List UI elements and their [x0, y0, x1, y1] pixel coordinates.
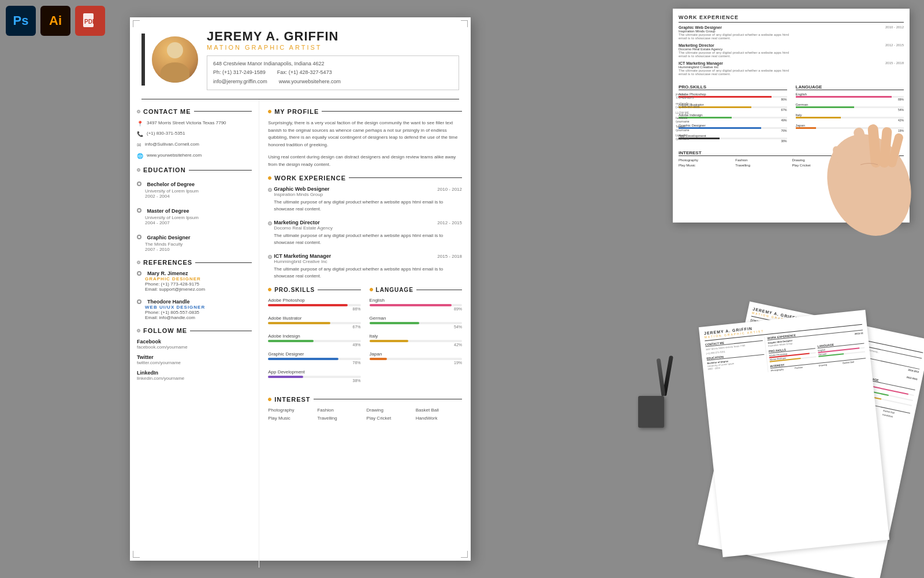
- profile-dot: [268, 110, 271, 113]
- mockup-we-2-title: Marketing Director: [679, 43, 789, 47]
- profile-text-2: Using real content during design can dis…: [268, 154, 462, 169]
- mockup-we-1: Graphic Web Designer Inspiration Minds G…: [679, 25, 904, 40]
- language-title: LANGUAGE: [370, 287, 462, 293]
- right-column: MY PROFILE Surprisingly, there is a very…: [259, 99, 471, 568]
- work-company-2: Docomo Real Estate Agency: [274, 225, 462, 231]
- mockup-work-title: WORK EXPERIENCE: [679, 14, 904, 23]
- mockup-li-url: /yourname: [676, 137, 716, 140]
- mockup-we-1-title: Graphic Web Designer: [679, 25, 789, 29]
- mockup-we-3: ICT Marketing Manager Hummingbrid Creati…: [679, 61, 904, 76]
- lang-german-label: German: [370, 316, 462, 321]
- edu-degree-2: Master of Degree: [147, 208, 189, 214]
- ref-phone-2: Phone: (+1) 805-557-0835: [145, 310, 252, 315]
- mockup-we-1-years: 2010 - 2012: [885, 25, 904, 40]
- header-info: JEREMY A. GRIFFIN MATION GRAPHIC ARTIST …: [207, 29, 459, 90]
- skill-appdev-bar: [268, 376, 303, 378]
- work-title-1: Graphic Web Designer: [274, 186, 329, 192]
- edu-years-2: 2004 - 2007: [145, 220, 252, 225]
- mockup-i8: HandWork: [849, 164, 904, 167]
- mockup-we-3-title: ICT Marketing Manager: [679, 61, 789, 65]
- left-column: CONTACT ME 📍 3497 Morris Street Victoria…: [130, 99, 259, 568]
- corner-bl: [133, 551, 140, 558]
- paper-middle: JEREMY A. GRIFFIN MATION GRAPHIC ARTIST …: [699, 310, 889, 557]
- work-item-3: ICT Marketing Manager 2015 - 2018 Hummin…: [268, 253, 462, 280]
- lang-italy-pct: 42%: [370, 343, 462, 347]
- location-icon: 📍: [137, 120, 143, 128]
- resume-header: JEREMY A. GRIFFIN MATION GRAPHIC ARTIST …: [130, 17, 471, 99]
- work-title-2: Marketing Director: [274, 220, 320, 225]
- skill-illustrator-label: Adobe Illustrator: [268, 316, 360, 321]
- ref-phone-1: Phone: (+1) 773-428-9175: [145, 281, 252, 287]
- edu-school-2: University of Lorem Ipsum: [145, 215, 252, 220]
- mockup-i5: Play Music: [679, 164, 733, 167]
- skill-appdev-pct: 38%: [268, 379, 360, 383]
- contact-address-text: 3497 Morris Street Victoria Texas 7790: [147, 120, 226, 126]
- follow-me-section: FOLLOW ME Facebook facebook.com/yourname…: [137, 327, 252, 381]
- language-col: LANGUAGE English 89% German: [370, 287, 462, 387]
- ref-item-1: Mary R. Jimenez GRAPHIC DESIGNER Phone: …: [137, 271, 252, 292]
- edu-school-1: University of Lorem Ipsum: [145, 188, 252, 194]
- header-fax: Fax: (+1) 428-327-5473: [277, 68, 332, 77]
- pdf-svg: PDF: [81, 12, 99, 29]
- skill-indesign-pct: 49%: [268, 343, 360, 347]
- paper-mid-content: JEREMY A. GRIFFIN MATION GRAPHIC ARTIST …: [704, 315, 866, 379]
- lang-english-bar: [370, 304, 452, 306]
- mockup-interest: INTEREST Photography Fashion Drawing Bas…: [679, 150, 904, 167]
- illustrator-icon[interactable]: Ai: [40, 6, 70, 36]
- contact-dot: [137, 110, 140, 113]
- mockup-interest-title: INTEREST: [679, 150, 904, 156]
- lang-japan-label: Japan: [370, 351, 462, 357]
- desk-cup: [638, 396, 664, 428]
- ref-email-1: Email: support@jimenez.com: [145, 287, 252, 292]
- skill-appdev: App Development 38%: [268, 369, 360, 383]
- skill-photoshop-bar: [268, 304, 348, 306]
- fb-label: Facebook: [137, 339, 252, 344]
- ref-email-2: Email: info@handle.com: [145, 315, 252, 320]
- mockup-lang-1: English 89%: [796, 92, 904, 101]
- work-dot: [268, 176, 271, 180]
- mockup-lang-2-pct: 54%: [796, 108, 904, 112]
- pm-pskills: PRO.SKILLS Adobe Photoshop Adobe Illustr…: [769, 344, 817, 362]
- toolbar: Ps Ai PDF: [6, 6, 105, 36]
- work-title-text: WORK EXPERIENCE: [274, 175, 346, 181]
- interest-music: Play Music: [268, 416, 314, 421]
- references-dot: [137, 261, 140, 264]
- contact-phone: 📞 (+1) 830-371-5351: [137, 130, 252, 138]
- skill-appdev-label: App Development: [268, 369, 360, 375]
- ref-role-2: WEB UI/UX DESIGNER: [145, 305, 252, 310]
- pm-left: CONTACT ME 3497 Morris Street Victoria T…: [705, 336, 769, 379]
- social-facebook: Facebook facebook.com/yourname: [137, 339, 252, 350]
- li-url: linkedin.com/yourname: [137, 376, 252, 381]
- lang-german-bar-bg: [370, 322, 462, 324]
- language-title-text: LANGUAGE: [376, 287, 413, 293]
- skill-photoshop-label: Adobe Photoshop: [268, 298, 360, 303]
- interest-photography: Photography: [268, 407, 314, 413]
- work-title-3: ICT Marketing Manager: [274, 253, 331, 259]
- interest-section: INTEREST Photography Fashion Drawing Bas…: [268, 396, 462, 421]
- mockup-i6: Travelling: [735, 164, 790, 167]
- pdf-icon[interactable]: PDF: [75, 6, 105, 36]
- work-item-2: Marketing Director 2012 - 2015 Docomo Re…: [268, 220, 462, 246]
- resume-title: MATION GRAPHIC ARTIST: [207, 44, 459, 51]
- work-years-2: 2012 - 2015: [437, 220, 462, 225]
- edu-item-1: Bechelor of Degree University of Lorem I…: [137, 178, 252, 199]
- mockup-we-2-years: 2012 - 2015: [885, 43, 904, 58]
- lang-english-pct: 89%: [370, 307, 462, 311]
- photoshop-icon[interactable]: Ps: [6, 6, 36, 36]
- pro-skills-dot: [268, 288, 271, 291]
- work-desc-2: The ultimate purpose of any digital prod…: [274, 232, 462, 246]
- references-title-text: REFERENCES: [143, 259, 192, 266]
- lang-italy: Italy 42%: [370, 334, 462, 347]
- mockup-tw-url: /yourname: [676, 128, 716, 132]
- lang-english: English 89%: [370, 298, 462, 311]
- mockup-i2: Fashion: [735, 158, 790, 162]
- skill-illustrator-bar-bg: [268, 322, 360, 324]
- skill-photoshop: Adobe Photoshop 86%: [268, 298, 360, 311]
- header-phone: Ph: (+1) 317-249-1589: [213, 68, 266, 77]
- header-website: www.yourwebsitehere.com: [279, 77, 341, 86]
- resume-page: JEREMY A. GRIFFIN MATION GRAPHIC ARTIST …: [130, 17, 471, 561]
- pm-right: WORK EXPERIENCE Graphic Web Designer 201…: [767, 327, 866, 372]
- social-twitter: Twitter twitter.com/yourname: [137, 354, 252, 365]
- contact-website-text: www.yourwebsitehere.com: [147, 152, 202, 158]
- skill-illustrator-bar: [268, 322, 330, 324]
